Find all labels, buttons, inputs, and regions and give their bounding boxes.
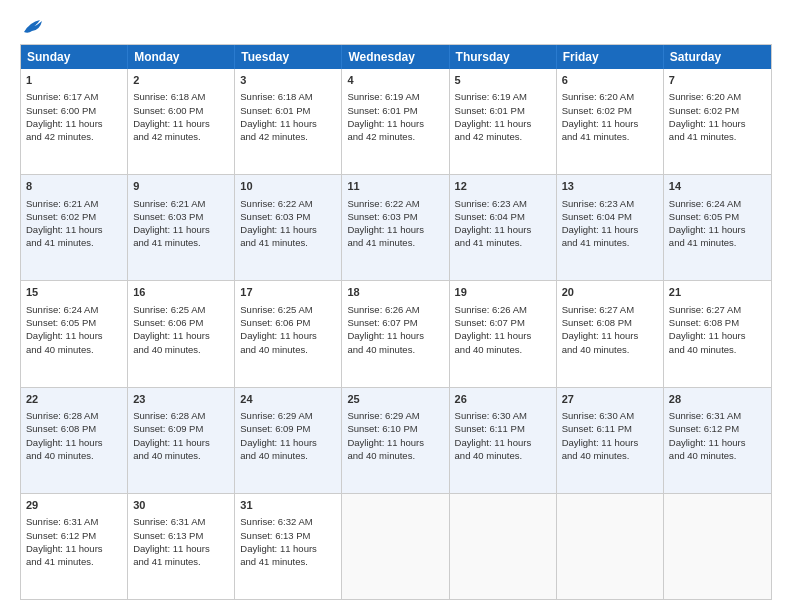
- day-info: Sunset: 6:01 PM: [455, 104, 551, 117]
- day-info: Sunrise: 6:25 AM: [133, 303, 229, 316]
- day-info: and 40 minutes.: [240, 343, 336, 356]
- calendar-day-26: 26Sunrise: 6:30 AMSunset: 6:11 PMDayligh…: [450, 388, 557, 493]
- calendar-header-saturday: Saturday: [664, 45, 771, 69]
- day-number: 12: [455, 179, 551, 194]
- calendar-day-15: 15Sunrise: 6:24 AMSunset: 6:05 PMDayligh…: [21, 281, 128, 386]
- day-info: Sunrise: 6:23 AM: [562, 197, 658, 210]
- day-number: 27: [562, 392, 658, 407]
- day-info: Sunset: 6:11 PM: [455, 422, 551, 435]
- day-info: and 40 minutes.: [669, 449, 766, 462]
- calendar-header-friday: Friday: [557, 45, 664, 69]
- day-info: Daylight: 11 hours: [26, 117, 122, 130]
- day-info: and 41 minutes.: [240, 236, 336, 249]
- day-info: Daylight: 11 hours: [669, 329, 766, 342]
- calendar-day-24: 24Sunrise: 6:29 AMSunset: 6:09 PMDayligh…: [235, 388, 342, 493]
- day-info: Sunrise: 6:26 AM: [347, 303, 443, 316]
- day-info: Daylight: 11 hours: [669, 117, 766, 130]
- day-info: Daylight: 11 hours: [562, 436, 658, 449]
- calendar-day-27: 27Sunrise: 6:30 AMSunset: 6:11 PMDayligh…: [557, 388, 664, 493]
- day-info: and 40 minutes.: [455, 449, 551, 462]
- logo-text: [20, 18, 44, 36]
- day-info: Sunset: 6:00 PM: [26, 104, 122, 117]
- calendar-day-31: 31Sunrise: 6:32 AMSunset: 6:13 PMDayligh…: [235, 494, 342, 599]
- day-info: Sunset: 6:02 PM: [669, 104, 766, 117]
- day-number: 20: [562, 285, 658, 300]
- day-info: Sunset: 6:03 PM: [133, 210, 229, 223]
- day-info: Sunrise: 6:20 AM: [562, 90, 658, 103]
- day-number: 26: [455, 392, 551, 407]
- day-info: Sunset: 6:12 PM: [26, 529, 122, 542]
- day-info: Sunrise: 6:22 AM: [240, 197, 336, 210]
- day-info: Daylight: 11 hours: [669, 223, 766, 236]
- day-info: Sunset: 6:08 PM: [669, 316, 766, 329]
- day-info: Sunset: 6:01 PM: [347, 104, 443, 117]
- day-number: 16: [133, 285, 229, 300]
- day-info: Daylight: 11 hours: [562, 117, 658, 130]
- day-info: and 41 minutes.: [669, 236, 766, 249]
- day-info: Sunrise: 6:24 AM: [669, 197, 766, 210]
- day-number: 15: [26, 285, 122, 300]
- calendar-day-29: 29Sunrise: 6:31 AMSunset: 6:12 PMDayligh…: [21, 494, 128, 599]
- day-info: Daylight: 11 hours: [133, 329, 229, 342]
- day-info: and 40 minutes.: [562, 343, 658, 356]
- calendar-header: SundayMondayTuesdayWednesdayThursdayFrid…: [21, 45, 771, 69]
- calendar-day-8: 8Sunrise: 6:21 AMSunset: 6:02 PMDaylight…: [21, 175, 128, 280]
- day-info: and 40 minutes.: [347, 449, 443, 462]
- calendar-day-16: 16Sunrise: 6:25 AMSunset: 6:06 PMDayligh…: [128, 281, 235, 386]
- day-info: Sunset: 6:12 PM: [669, 422, 766, 435]
- calendar-day-21: 21Sunrise: 6:27 AMSunset: 6:08 PMDayligh…: [664, 281, 771, 386]
- day-info: and 41 minutes.: [562, 130, 658, 143]
- day-info: Sunset: 6:07 PM: [455, 316, 551, 329]
- day-number: 28: [669, 392, 766, 407]
- day-number: 17: [240, 285, 336, 300]
- day-info: and 41 minutes.: [669, 130, 766, 143]
- day-info: Sunrise: 6:18 AM: [133, 90, 229, 103]
- day-number: 31: [240, 498, 336, 513]
- day-info: and 42 minutes.: [455, 130, 551, 143]
- day-info: and 40 minutes.: [133, 343, 229, 356]
- day-info: Sunrise: 6:27 AM: [562, 303, 658, 316]
- day-info: and 40 minutes.: [562, 449, 658, 462]
- day-info: Sunrise: 6:25 AM: [240, 303, 336, 316]
- day-info: Daylight: 11 hours: [669, 436, 766, 449]
- day-info: Sunset: 6:08 PM: [562, 316, 658, 329]
- calendar-day-18: 18Sunrise: 6:26 AMSunset: 6:07 PMDayligh…: [342, 281, 449, 386]
- day-info: and 40 minutes.: [26, 449, 122, 462]
- day-number: 25: [347, 392, 443, 407]
- calendar-header-tuesday: Tuesday: [235, 45, 342, 69]
- day-number: 19: [455, 285, 551, 300]
- day-info: and 41 minutes.: [347, 236, 443, 249]
- calendar-day-13: 13Sunrise: 6:23 AMSunset: 6:04 PMDayligh…: [557, 175, 664, 280]
- calendar-day-12: 12Sunrise: 6:23 AMSunset: 6:04 PMDayligh…: [450, 175, 557, 280]
- day-info: Daylight: 11 hours: [133, 223, 229, 236]
- calendar-day-30: 30Sunrise: 6:31 AMSunset: 6:13 PMDayligh…: [128, 494, 235, 599]
- calendar-day-1: 1Sunrise: 6:17 AMSunset: 6:00 PMDaylight…: [21, 69, 128, 174]
- day-info: Sunset: 6:02 PM: [26, 210, 122, 223]
- day-info: Daylight: 11 hours: [26, 223, 122, 236]
- day-info: Daylight: 11 hours: [347, 117, 443, 130]
- day-info: and 42 minutes.: [240, 130, 336, 143]
- day-info: and 41 minutes.: [562, 236, 658, 249]
- day-info: Sunset: 6:04 PM: [455, 210, 551, 223]
- day-info: Sunset: 6:06 PM: [240, 316, 336, 329]
- day-info: Sunset: 6:09 PM: [133, 422, 229, 435]
- day-info: Sunset: 6:13 PM: [133, 529, 229, 542]
- calendar-day-4: 4Sunrise: 6:19 AMSunset: 6:01 PMDaylight…: [342, 69, 449, 174]
- day-number: 30: [133, 498, 229, 513]
- day-info: and 40 minutes.: [347, 343, 443, 356]
- day-info: Sunrise: 6:19 AM: [455, 90, 551, 103]
- day-info: Sunset: 6:03 PM: [240, 210, 336, 223]
- day-number: 3: [240, 73, 336, 88]
- day-info: and 40 minutes.: [240, 449, 336, 462]
- day-number: 11: [347, 179, 443, 194]
- day-number: 21: [669, 285, 766, 300]
- calendar-empty: [664, 494, 771, 599]
- day-info: Daylight: 11 hours: [347, 436, 443, 449]
- day-info: Sunset: 6:05 PM: [26, 316, 122, 329]
- day-number: 23: [133, 392, 229, 407]
- day-info: Daylight: 11 hours: [240, 436, 336, 449]
- day-info: Daylight: 11 hours: [26, 436, 122, 449]
- day-info: and 41 minutes.: [133, 236, 229, 249]
- calendar-header-sunday: Sunday: [21, 45, 128, 69]
- day-info: Daylight: 11 hours: [347, 329, 443, 342]
